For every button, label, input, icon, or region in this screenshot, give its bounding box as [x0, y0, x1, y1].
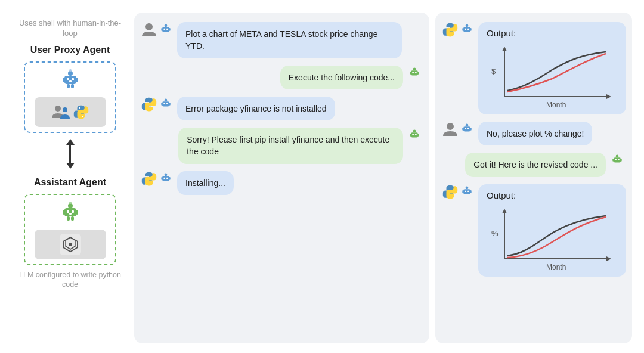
right-row-1: Output: $ Month: [442, 22, 625, 114]
svg-rect-76: [462, 128, 463, 131]
svg-rect-55: [163, 177, 165, 178]
blue-robot-r1: [459, 22, 475, 38]
svg-text:Month: Month: [546, 263, 566, 271]
svg-point-10: [69, 69, 72, 72]
person-icon-r2: [442, 122, 458, 137]
arrow-down: [66, 163, 75, 169]
svg-rect-42: [162, 101, 169, 106]
svg-rect-46: [169, 103, 170, 106]
bottom-label: LLM configured to write python code: [12, 270, 128, 290]
svg-point-41: [165, 98, 168, 101]
svg-rect-39: [410, 72, 411, 75]
svg-rect-36: [411, 70, 418, 75]
svg-marker-68: [606, 94, 611, 99]
openai-icon: [60, 234, 81, 255]
svg-rect-64: [470, 28, 471, 31]
svg-rect-61: [465, 29, 466, 30]
python-icon-inner: [73, 104, 89, 120]
svg-point-27: [69, 243, 72, 246]
bubble-1: Plot a chart of META and TESLA stock pri…: [177, 22, 402, 58]
svg-rect-56: [166, 177, 168, 178]
svg-point-84: [466, 186, 469, 189]
user-proxy-label: User Proxy Agent: [30, 45, 110, 55]
svg-point-13: [79, 107, 80, 108]
blue-robot-r2: [459, 122, 475, 137]
svg-rect-5: [63, 78, 65, 82]
svg-rect-58: [169, 177, 170, 180]
svg-rect-19: [69, 213, 72, 215]
bubble-r3: Got it! Here is the revised code ...: [465, 153, 606, 176]
python-icon-3: [141, 97, 157, 112]
right-avatars-4: [442, 184, 475, 200]
svg-rect-88: [462, 190, 463, 193]
right-avatars-2: [442, 122, 475, 137]
svg-rect-20: [63, 210, 65, 215]
svg-rect-57: [161, 177, 162, 180]
svg-rect-6: [76, 78, 78, 82]
svg-text:$: $: [491, 67, 496, 76]
output-chart-1: Output: $ Month: [478, 22, 626, 114]
svg-rect-4: [69, 80, 72, 82]
svg-rect-85: [463, 189, 470, 194]
svg-point-12: [63, 107, 67, 112]
right-row-2: No, please plot % change!: [442, 122, 625, 145]
svg-point-59: [466, 24, 469, 27]
svg-marker-93: [606, 256, 611, 261]
blue-robot-small-1: [158, 22, 174, 38]
svg-rect-40: [417, 72, 419, 75]
svg-point-71: [447, 123, 454, 130]
python-icon-r1: [442, 22, 458, 38]
svg-rect-22: [67, 216, 70, 221]
inner-assistant-box: [35, 230, 106, 259]
svg-rect-77: [470, 128, 471, 131]
svg-rect-32: [166, 29, 168, 30]
bubble-4: Sorry! Please first pip install yfinance…: [178, 128, 403, 164]
person-icon-1: [141, 22, 157, 38]
avatars-left-5: [141, 171, 174, 187]
inner-user-box: [35, 97, 106, 127]
svg-rect-50: [415, 134, 416, 135]
chat-row-4: Sorry! Please first pip install yfinance…: [141, 128, 422, 164]
svg-rect-21: [76, 210, 78, 215]
svg-rect-16: [64, 208, 76, 216]
svg-rect-30: [162, 27, 169, 32]
chart-svg-2: % Month: [487, 205, 618, 271]
svg-text:Month: Month: [546, 101, 566, 109]
svg-rect-80: [615, 159, 616, 160]
svg-text:%: %: [491, 229, 499, 238]
svg-rect-89: [470, 190, 471, 193]
blue-robot-small-3: [158, 97, 174, 112]
svg-rect-86: [465, 190, 466, 191]
svg-rect-18: [72, 210, 74, 213]
svg-rect-73: [463, 126, 470, 131]
svg-rect-7: [67, 84, 70, 88]
svg-rect-49: [412, 134, 413, 135]
svg-point-53: [165, 173, 168, 176]
bubble-r2: No, please plot % change!: [478, 122, 592, 145]
arrow-up: [66, 139, 75, 145]
svg-rect-75: [467, 128, 469, 129]
chart-title-2: Output:: [487, 190, 618, 200]
chat-row-2: Execute the following code...: [141, 66, 422, 89]
chat-row-1: Plot a chart of META and TESLA stock pri…: [141, 22, 422, 58]
right-panel: Output: $ Month: [435, 13, 632, 343]
top-label: Uses shell with human-in-the-loop: [12, 18, 128, 39]
agent-arrow: [66, 139, 75, 169]
svg-rect-44: [166, 103, 168, 104]
python-icon-5: [141, 171, 157, 187]
svg-rect-52: [417, 134, 419, 137]
output-chart-2: Output: % Month: [478, 184, 626, 277]
avatars-left-1: [141, 22, 174, 38]
green-robot-r3: [609, 153, 625, 168]
chart-svg-1: $ Month: [487, 43, 618, 109]
svg-rect-37: [412, 72, 413, 73]
right-row-3: Got it! Here is the revised code ...: [442, 153, 625, 176]
left-panel: Uses shell with human-in-the-loop User P…: [12, 13, 128, 289]
svg-point-47: [413, 130, 416, 133]
bubble-3: Error package yfinance is not installed: [177, 97, 335, 120]
svg-rect-3: [72, 78, 74, 80]
bubble-2: Execute the following code...: [280, 66, 403, 89]
assistant-box: [24, 194, 116, 265]
svg-rect-1: [64, 76, 76, 84]
svg-rect-79: [614, 158, 621, 163]
